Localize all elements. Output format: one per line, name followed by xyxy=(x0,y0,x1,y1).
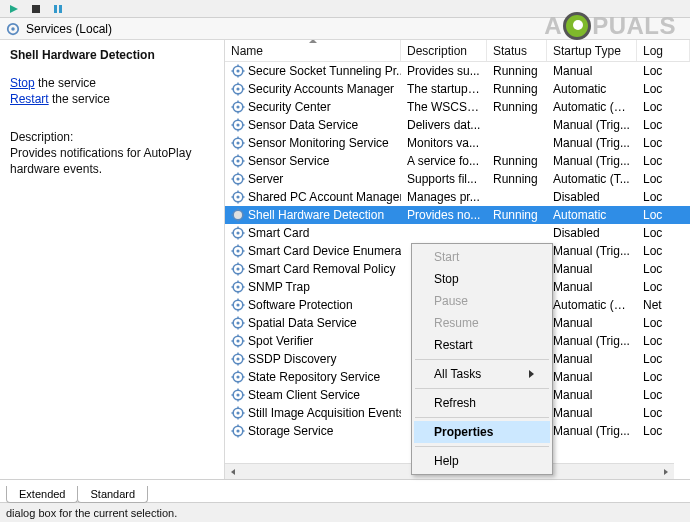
service-name-cell: SSDP Discovery xyxy=(225,351,401,367)
service-status-cell: Running xyxy=(487,207,547,223)
service-desc-cell: Provides su... xyxy=(401,63,487,79)
service-log-cell: Loc xyxy=(637,387,690,403)
service-name-cell: Storage Service xyxy=(225,423,401,439)
service-log-cell: Loc xyxy=(637,225,690,241)
service-log-cell: Loc xyxy=(637,423,690,439)
service-row[interactable]: Security Accounts ManagerThe startup ...… xyxy=(225,80,690,98)
svg-point-91 xyxy=(236,321,239,324)
menu-refresh[interactable]: Refresh xyxy=(414,392,550,414)
col-description[interactable]: Description xyxy=(401,40,487,61)
service-desc-cell: Supports fil... xyxy=(401,171,487,187)
service-log-cell: Loc xyxy=(637,261,690,277)
sort-arrow-icon xyxy=(309,40,317,43)
service-log-cell: Loc xyxy=(637,63,690,79)
svg-point-109 xyxy=(236,375,239,378)
col-name[interactable]: Name xyxy=(225,40,401,61)
service-row[interactable]: Sensor Data ServiceDelivers dat...Manual… xyxy=(225,116,690,134)
toolbar-stop-button[interactable] xyxy=(26,1,46,17)
tab-standard[interactable]: Standard xyxy=(77,486,148,503)
svg-point-31 xyxy=(236,141,239,144)
service-name-cell: State Repository Service xyxy=(225,369,401,385)
description-text: Provides notifications for AutoPlay hard… xyxy=(10,146,214,177)
service-desc-cell: Monitors va... xyxy=(401,135,487,151)
svg-marker-0 xyxy=(10,5,18,13)
tab-extended[interactable]: Extended xyxy=(6,486,78,503)
svg-point-49 xyxy=(236,195,239,198)
service-log-cell: Loc xyxy=(637,117,690,133)
col-startup[interactable]: Startup Type xyxy=(547,40,637,61)
toolbar-play-button[interactable] xyxy=(4,1,24,17)
service-status-cell: Running xyxy=(487,81,547,97)
service-name-cell: SNMP Trap xyxy=(225,279,401,295)
service-row[interactable]: Sensor ServiceA service fo...RunningManu… xyxy=(225,152,690,170)
header-bar: Services (Local) xyxy=(0,18,690,40)
service-startup-cell: Disabled xyxy=(547,189,637,205)
svg-point-79 xyxy=(236,285,239,288)
service-startup-cell: Automatic (T... xyxy=(547,171,637,187)
service-row[interactable]: Shell Hardware DetectionProvides no...Ru… xyxy=(225,206,690,224)
svg-point-61 xyxy=(236,231,239,234)
svg-point-97 xyxy=(236,339,239,342)
svg-point-121 xyxy=(236,411,239,414)
service-startup-cell: Manual xyxy=(547,405,637,421)
svg-point-115 xyxy=(236,393,239,396)
service-startup-cell: Automatic (D... xyxy=(547,99,637,115)
svg-marker-132 xyxy=(231,469,235,475)
service-desc-cell xyxy=(401,232,487,234)
stop-link[interactable]: Stop xyxy=(10,76,35,90)
service-log-cell: Loc xyxy=(637,135,690,151)
service-log-cell: Loc xyxy=(637,189,690,205)
service-startup-cell: Manual (Trig... xyxy=(547,117,637,133)
service-row[interactable]: Shared PC Account ManagerManages pr...Di… xyxy=(225,188,690,206)
service-log-cell: Loc xyxy=(637,81,690,97)
service-status-cell xyxy=(487,232,547,234)
menu-stop[interactable]: Stop xyxy=(414,268,550,290)
svg-rect-3 xyxy=(59,5,62,13)
menu-properties[interactable]: Properties xyxy=(414,421,550,443)
menu-resume: Resume xyxy=(414,312,550,334)
main-content: Shell Hardware Detection Stop the servic… xyxy=(0,40,690,480)
service-row[interactable]: Smart CardDisabledLoc xyxy=(225,224,690,242)
service-log-cell: Loc xyxy=(637,99,690,115)
service-name-cell: Sensor Data Service xyxy=(225,117,401,133)
restart-link[interactable]: Restart xyxy=(10,92,49,106)
service-startup-cell: Automatic xyxy=(547,207,637,223)
svg-point-43 xyxy=(236,177,239,180)
listview-header: Name Description Status Startup Type Log xyxy=(225,40,690,62)
service-startup-cell: Manual (Trig... xyxy=(547,135,637,151)
service-startup-cell: Manual xyxy=(547,369,637,385)
service-row[interactable]: Security CenterThe WSCSV...RunningAutoma… xyxy=(225,98,690,116)
scroll-left-icon[interactable] xyxy=(225,464,241,479)
restart-service-line: Restart the service xyxy=(10,92,214,106)
service-name-cell: Software Protection xyxy=(225,297,401,313)
svg-rect-1 xyxy=(32,5,40,13)
col-log[interactable]: Log xyxy=(637,40,690,61)
submenu-arrow-icon xyxy=(529,370,534,378)
menu-start: Start xyxy=(414,246,550,268)
toolbar-pause-button[interactable] xyxy=(48,1,68,17)
menu-separator xyxy=(415,446,549,447)
service-name-cell: Still Image Acquisition Events xyxy=(225,405,401,421)
service-name-cell: Sensor Service xyxy=(225,153,401,169)
service-name-cell: Spot Verifier xyxy=(225,333,401,349)
service-name-cell: Shared PC Account Manager xyxy=(225,189,401,205)
scroll-right-icon[interactable] xyxy=(658,464,674,479)
menu-help[interactable]: Help xyxy=(414,450,550,472)
service-row[interactable]: Sensor Monitoring ServiceMonitors va...M… xyxy=(225,134,690,152)
service-row[interactable]: ServerSupports fil...RunningAutomatic (T… xyxy=(225,170,690,188)
service-name-cell: Smart Card xyxy=(225,225,401,241)
svg-point-7 xyxy=(236,69,239,72)
menu-restart[interactable]: Restart xyxy=(414,334,550,356)
menu-all-tasks[interactable]: All Tasks xyxy=(414,363,550,385)
status-bar: dialog box for the current selection. xyxy=(0,502,690,522)
service-desc-cell: Manages pr... xyxy=(401,189,487,205)
left-panel: Shell Hardware Detection Stop the servic… xyxy=(0,40,225,479)
service-startup-cell: Manual xyxy=(547,63,637,79)
service-log-cell: Loc xyxy=(637,279,690,295)
view-tabs: Extended Standard xyxy=(0,480,690,502)
col-status[interactable]: Status xyxy=(487,40,547,61)
service-desc-cell: A service fo... xyxy=(401,153,487,169)
menu-separator xyxy=(415,359,549,360)
service-status-cell: Running xyxy=(487,171,547,187)
service-row[interactable]: Secure Socket Tunneling Pr...Provides su… xyxy=(225,62,690,80)
